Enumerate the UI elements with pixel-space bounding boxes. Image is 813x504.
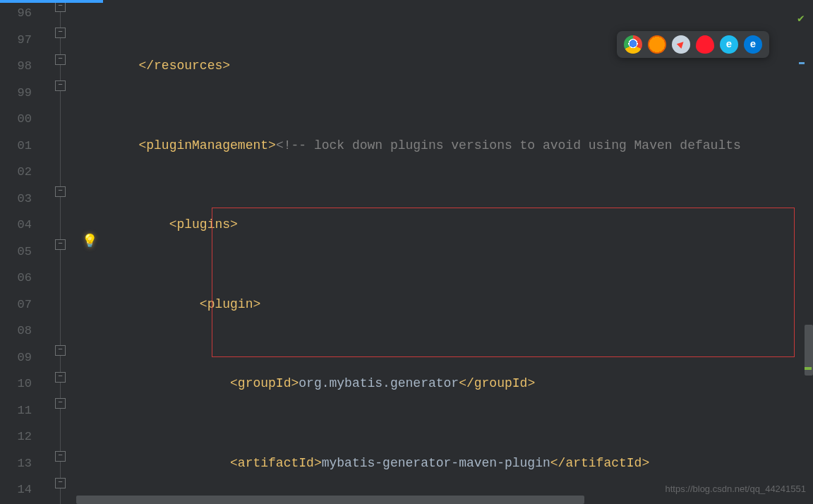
opera-icon[interactable]	[696, 35, 714, 54]
line-numbers: 96 97 98 99 00 01 02 03 04 05 06 07 08 0…	[0, 0, 32, 503]
line-number: 96	[0, 0, 32, 27]
line-number: 98	[0, 53, 32, 80]
line-number: 04	[0, 212, 32, 239]
fold-toggle[interactable]: −	[55, 28, 66, 38]
line-number: 12	[0, 424, 32, 450]
gutter: 96 97 98 99 00 01 02 03 04 05 06 07 08 0…	[0, 0, 76, 504]
line-number: 02	[0, 159, 32, 186]
line-number: 11	[0, 397, 32, 424]
fold-toggle[interactable]: −	[55, 239, 66, 250]
line-number: 09	[0, 344, 32, 371]
line-number: 14	[0, 476, 32, 503]
horizontal-scroll-thumb[interactable]	[76, 496, 584, 504]
fold-toggle[interactable]: −	[55, 478, 66, 488]
line-number: 06	[0, 265, 32, 292]
fold-toggle[interactable]: −	[55, 372, 66, 383]
line-number: 97	[0, 27, 32, 54]
line-number: 07	[0, 292, 32, 318]
horizontal-scrollbar[interactable]	[76, 496, 805, 504]
fold-toggle[interactable]: −	[55, 80, 66, 91]
fold-toggle[interactable]: −	[55, 186, 66, 197]
line-number: 00	[0, 106, 32, 133]
browser-preview-tray: ▲ e e	[617, 31, 769, 58]
code-line: <plugin>	[78, 292, 813, 318]
line-number: 13	[0, 450, 32, 477]
code-line: <groupId>org.mybatis.generator</groupId>	[78, 371, 813, 397]
edge-icon[interactable]: e	[744, 35, 762, 54]
line-number: 99	[0, 80, 32, 107]
vertical-scrollbar[interactable]	[805, 0, 813, 496]
ie-icon[interactable]: e	[720, 35, 738, 54]
change-marker	[805, 367, 812, 370]
line-number: 08	[0, 318, 32, 344]
code-line: <plugins>	[78, 212, 813, 239]
code-line: <pluginManagement><!-- lock down plugins…	[78, 133, 813, 160]
code-area[interactable]: </resources> <pluginManagement><!-- lock…	[76, 0, 813, 504]
chrome-icon[interactable]	[624, 35, 642, 54]
line-number: 05	[0, 239, 32, 265]
watermark: https://blog.csdn.net/qq_44241551	[666, 484, 807, 494]
firefox-icon[interactable]	[648, 35, 666, 54]
fold-toggle[interactable]: −	[55, 54, 66, 65]
fold-toggle[interactable]: −	[55, 1, 66, 12]
fold-toggle[interactable]: −	[55, 345, 66, 356]
safari-icon[interactable]: ▲	[672, 35, 690, 54]
fold-toggle[interactable]: −	[55, 451, 66, 462]
line-number: 10	[0, 371, 32, 397]
line-number: 01	[0, 133, 32, 160]
code-line: <artifactId>mybatis-generator-maven-plug…	[78, 450, 813, 477]
line-number: 03	[0, 186, 32, 212]
load-progress	[0, 0, 103, 3]
fold-toggle[interactable]: −	[55, 398, 66, 409]
code-editor: 96 97 98 99 00 01 02 03 04 05 06 07 08 0…	[0, 0, 813, 504]
